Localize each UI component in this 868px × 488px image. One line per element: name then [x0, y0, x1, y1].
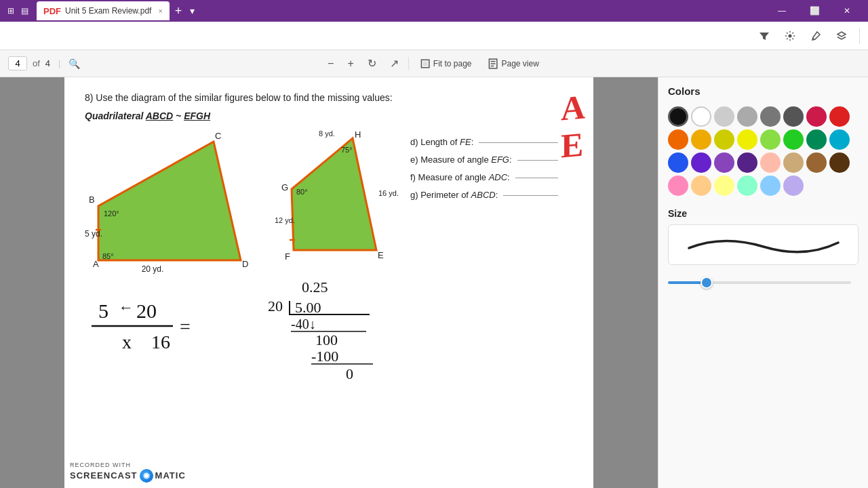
page-total: 4 [45, 58, 50, 68]
pdf-tab[interactable]: PDF Unit 5 Exam Review.pdf × [37, 1, 170, 20]
label-ADC: ADC [489, 172, 507, 182]
rule-e [517, 160, 558, 161]
color-swatch-pink[interactable] [668, 176, 688, 196]
recorded-with-text: RECORDED WITH [70, 462, 186, 469]
label-FE: FE [460, 137, 471, 147]
page-number-input[interactable] [8, 56, 27, 70]
layers-button[interactable] [831, 28, 852, 44]
color-swatch-blue[interactable] [668, 152, 688, 173]
color-swatch-yellow-green[interactable] [714, 129, 734, 150]
color-swatch-cyan[interactable] [829, 129, 850, 150]
question-text: 8) Use the diagram of the similar figure… [85, 91, 573, 105]
label-16yd: 16 yd. [378, 189, 399, 197]
toolbar [0, 22, 868, 50]
color-swatch-white[interactable] [691, 106, 711, 127]
page-separator: of [33, 58, 40, 68]
rule-d [479, 142, 557, 143]
colors-title: Colors [668, 85, 859, 97]
label-12yd: 12 yd. [275, 216, 295, 224]
color-swatch-light-gray-1[interactable] [714, 106, 734, 127]
color-swatch-purple[interactable] [691, 152, 711, 173]
color-swatch-darker-gray[interactable] [783, 106, 804, 127]
fit-page-icon [420, 58, 431, 69]
brush-button[interactable] [805, 28, 827, 44]
layers-icon[interactable]: ▤ [19, 5, 30, 16]
var-x: x [122, 331, 132, 352]
zoom-in-button[interactable]: + [343, 56, 357, 71]
color-swatch-green[interactable] [783, 129, 804, 150]
filter-button[interactable] [753, 28, 775, 44]
minimize-button[interactable]: — [766, 0, 797, 22]
grid-icon[interactable]: ⊞ [5, 5, 16, 16]
brush-stroke-preview [682, 228, 845, 262]
matic-text: MATIC [155, 470, 186, 481]
watermark-logo-row: SCREENCAST ◉ MATIC [70, 469, 186, 483]
annotations: d) Length of FE: e) Measure of angle EFG… [410, 134, 558, 204]
color-swatch-brown[interactable] [806, 152, 827, 173]
dividend: 5.00 [295, 299, 321, 316]
zoom-out-button[interactable]: − [323, 56, 338, 71]
step1: -40↓ [291, 317, 316, 331]
color-swatch-crimson[interactable] [806, 106, 827, 127]
color-swatch-amber[interactable] [691, 129, 711, 150]
color-swatch-dark-brown[interactable] [829, 152, 850, 173]
color-swatch-teal[interactable] [806, 129, 827, 150]
rule-g [503, 195, 557, 196]
tab-menu-button[interactable]: ▾ [187, 5, 197, 16]
label-75: 75° [341, 146, 353, 154]
color-swatch-orange[interactable] [668, 129, 688, 150]
annotation-e: e) Measure of angle EFG: [410, 151, 558, 169]
pdf-icon: PDF [43, 6, 61, 16]
main-area: 8) Use the diagram of the similar figure… [0, 77, 868, 488]
add-tab-button[interactable]: + [171, 4, 186, 18]
brush-preview [668, 224, 859, 265]
color-swatch-dark-gray-1[interactable] [760, 106, 781, 127]
color-swatch-red[interactable] [829, 106, 850, 127]
watermark: RECORDED WITH SCREENCAST ◉ MATIC [70, 462, 186, 483]
rotate-button[interactable]: ↻ [363, 56, 380, 71]
annotation-f: f) Measure of angle ADC: [410, 169, 558, 186]
quadrilateral-label: Quadrilateral ABCD ~ EFGH [85, 110, 573, 121]
colors-size-panel: Colors Size [658, 77, 868, 488]
result-0-25: 0.25 [302, 279, 328, 296]
abcd-diagram: A B C D 5 yd. 120° 85° 20 yd. [85, 128, 254, 277]
label-8yd: 8 yd. [319, 129, 335, 138]
screencast-text: SCREENCAST [70, 470, 138, 481]
label-H: H [355, 129, 361, 140]
cursor-button[interactable]: ↗ [386, 56, 403, 71]
color-swatch-medium-gray-1[interactable] [737, 106, 757, 127]
search-icon[interactable]: 🔍 [68, 58, 80, 69]
settings-button[interactable] [779, 28, 801, 44]
label-D: D [242, 259, 248, 269]
screencast-o-icon: ◉ [140, 469, 153, 483]
label-G: G [281, 182, 288, 192]
color-swatch-lavender[interactable] [714, 152, 734, 173]
color-swatch-black[interactable] [668, 106, 688, 127]
label-B: B [89, 195, 95, 205]
tab-close-button[interactable]: × [158, 7, 162, 15]
color-swatch-yellow[interactable] [737, 129, 757, 150]
page-view-button[interactable]: Page view [483, 56, 545, 72]
fit-to-page-button[interactable]: Fit to page [414, 56, 477, 72]
tab-label: Unit 5 Exam Review.pdf [65, 6, 151, 16]
division-svg: 0.25 20 5.00 -40↓ 100 -100 0 [261, 277, 383, 413]
label-85: 85° [102, 252, 114, 260]
color-swatch-light-blue[interactable] [760, 176, 781, 196]
color-swatch-light-orange[interactable] [691, 176, 711, 196]
equals: = [180, 316, 191, 337]
color-grid [668, 106, 859, 196]
label-A: A [93, 259, 99, 269]
size-slider[interactable] [668, 281, 851, 284]
step3: -100 [311, 348, 338, 365]
color-swatch-tan[interactable] [783, 152, 804, 173]
color-swatch-light-lavender[interactable] [783, 176, 804, 196]
nav-center-controls: − + ↻ ↗ Fit to page Page view [323, 56, 545, 72]
color-swatch-peach[interactable] [760, 152, 781, 173]
maximize-button[interactable]: ⬜ [799, 0, 830, 22]
color-swatch-light-yellow[interactable] [714, 176, 734, 196]
app-icons: ⊞ ▤ [5, 5, 30, 16]
color-swatch-light-green[interactable] [737, 176, 757, 196]
color-swatch-dark-purple[interactable] [737, 152, 757, 173]
close-button[interactable]: ✕ [831, 0, 863, 22]
color-swatch-lime[interactable] [760, 129, 781, 150]
